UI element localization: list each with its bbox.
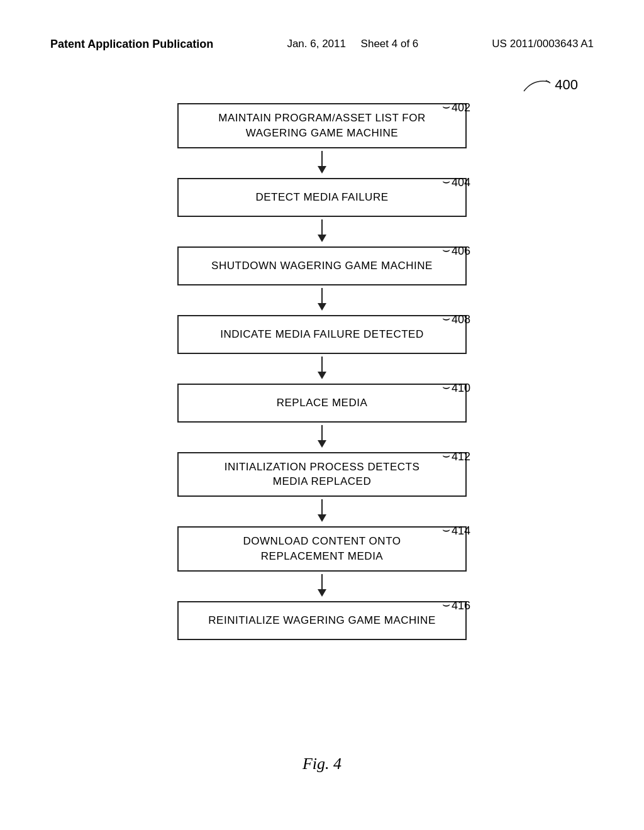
- arrow-head-icon: [318, 372, 326, 379]
- step-number-402: ⌣402: [442, 101, 470, 114]
- step-text-404: DETECT MEDIA FAILURE: [255, 190, 388, 205]
- patent-number: US 2011/0003643 A1: [492, 38, 594, 50]
- arrow-line-icon: [321, 425, 323, 440]
- step-number-408: ⌣408: [442, 313, 470, 326]
- arrow-line-icon: [321, 288, 323, 303]
- step-text-412: INITIALIZATION PROCESS DETECTSMEDIA REPL…: [225, 460, 420, 490]
- arrow-402: [318, 148, 326, 176]
- step-text-408: INDICATE MEDIA FAILURE DETECTED: [220, 327, 423, 342]
- step-box-410: REPLACE MEDIA: [177, 384, 467, 423]
- step-number-410: ⌣410: [442, 382, 470, 395]
- arrow-line-icon: [321, 219, 323, 235]
- step-text-416: REINITIALIZE WAGERING GAME MACHINE: [208, 613, 435, 628]
- arrow-line-icon: [321, 499, 323, 514]
- step-number-416: ⌣416: [442, 599, 470, 612]
- arrow-line-icon: [321, 151, 323, 166]
- arrow-404: [318, 217, 326, 245]
- arrow-406: [318, 285, 326, 313]
- arrow-head-icon: [318, 514, 326, 522]
- arrow-head-icon: [318, 166, 326, 174]
- step-box-408: INDICATE MEDIA FAILURE DETECTED: [177, 315, 467, 354]
- arrow-410: [318, 423, 326, 450]
- publication-label: Patent Application Publication: [50, 38, 213, 51]
- step-box-402: MAINTAIN PROGRAM/ASSET LIST FORWAGERING …: [177, 103, 467, 148]
- figure-ref-number: 400: [555, 77, 578, 93]
- header: Patent Application Publication Jan. 6, 2…: [50, 38, 594, 51]
- step-text-410: REPLACE MEDIA: [277, 396, 368, 411]
- flowchart: ⌣402MAINTAIN PROGRAM/ASSET LIST FORWAGER…: [50, 101, 594, 640]
- step-text-402: MAINTAIN PROGRAM/ASSET LIST FORWAGERING …: [218, 111, 425, 141]
- step-box-416: REINITIALIZE WAGERING GAME MACHINE: [177, 601, 467, 640]
- step-text-414: DOWNLOAD CONTENT ONTOREPLACEMENT MEDIA: [243, 534, 401, 564]
- step-box-412: INITIALIZATION PROCESS DETECTSMEDIA REPL…: [177, 452, 467, 497]
- reference-arrow-icon: [521, 75, 552, 94]
- arrow-414: [318, 572, 326, 599]
- arrow-head-icon: [318, 589, 326, 597]
- arrow-head-icon: [318, 235, 326, 242]
- step-number-412: ⌣412: [442, 450, 470, 463]
- arrow-head-icon: [318, 303, 326, 311]
- step-number-406: ⌣406: [442, 245, 470, 258]
- step-box-406: SHUTDOWN WAGERING GAME MACHINE: [177, 246, 467, 285]
- arrow-412: [318, 497, 326, 524]
- arrow-408: [318, 354, 326, 382]
- page: Patent Application Publication Jan. 6, 2…: [0, 0, 644, 830]
- figure-caption: Fig. 4: [0, 755, 644, 773]
- step-number-414: ⌣414: [442, 524, 470, 538]
- figure-reference: 400: [521, 75, 578, 94]
- arrow-line-icon: [321, 357, 323, 372]
- step-number-404: ⌣404: [442, 176, 470, 189]
- step-text-406: SHUTDOWN WAGERING GAME MACHINE: [211, 258, 433, 274]
- step-box-414: DOWNLOAD CONTENT ONTOREPLACEMENT MEDIA: [177, 526, 467, 572]
- step-box-404: DETECT MEDIA FAILURE: [177, 178, 467, 217]
- arrow-head-icon: [318, 440, 326, 448]
- date-label: Jan. 6, 2011 Sheet 4 of 6: [287, 38, 418, 50]
- arrow-line-icon: [321, 574, 323, 589]
